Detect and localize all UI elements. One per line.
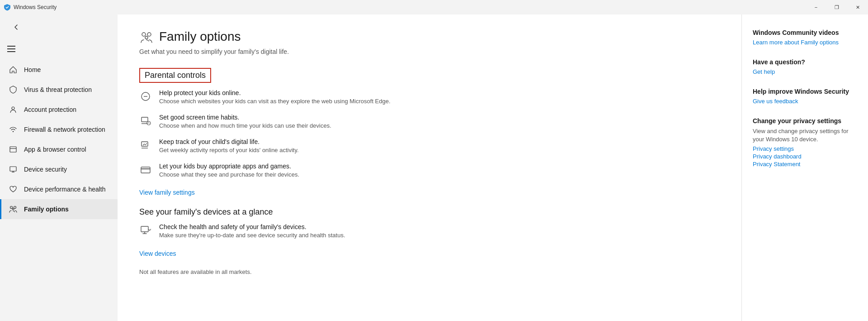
sidebar-item-app-browser-label: App & browser control [24, 146, 86, 153]
sidebar-item-account[interactable]: Account protection [0, 100, 118, 120]
heart-icon [9, 185, 18, 194]
parental-item-3-title: Keep track of your child's digital life. [159, 138, 299, 145]
svg-rect-22 [141, 226, 148, 232]
view-devices-link[interactable]: View devices [139, 250, 176, 257]
get-help-link[interactable]: Get help [753, 68, 857, 75]
svg-point-11 [147, 33, 151, 36]
privacy-settings-link[interactable]: Privacy settings [753, 145, 857, 152]
parental-item-4-text: Let your kids buy appropriate apps and g… [159, 163, 299, 179]
page-title-icon [139, 29, 154, 44]
svg-rect-20 [141, 167, 150, 173]
help-improve-section: Help improve Windows Security Give us fe… [753, 88, 857, 105]
sidebar-item-firewall[interactable]: Firewall & network protection [0, 120, 118, 139]
hamburger-header[interactable] [0, 38, 118, 60]
svg-rect-15 [142, 117, 148, 122]
sidebar-item-device-performance-label: Device performance & health [24, 186, 106, 193]
sidebar-item-firewall-label: Firewall & network protection [24, 126, 105, 133]
restore-button[interactable]: ❐ [826, 0, 847, 14]
main-content: Family options Get what you need to simp… [118, 14, 741, 321]
devices-section-title: See your family's devices at a glance [139, 207, 720, 217]
sidebar-item-app-browser[interactable]: App & browser control [0, 139, 118, 159]
shield-icon [9, 85, 18, 94]
home-icon [9, 65, 18, 74]
svg-point-0 [12, 107, 14, 110]
parental-item-3-desc: Get weekly activity reports of your kids… [159, 146, 299, 154]
view-family-settings-link[interactable]: View family settings [139, 189, 195, 196]
parental-item-1-desc: Choose which websites your kids can visi… [159, 97, 391, 105]
browser-icon [9, 145, 18, 154]
have-question-section: Have a question? Get help [753, 58, 857, 75]
titlebar-left: Windows Security [4, 4, 57, 11]
credit-card-icon [139, 163, 152, 176]
svg-point-10 [142, 33, 146, 36]
svg-point-8 [14, 206, 16, 209]
page-title: Family options [159, 29, 241, 44]
device-item-1-title: Check the health and safety of your fami… [159, 223, 345, 230]
person-icon [9, 105, 18, 114]
sidebar-item-family-label: Family options [24, 206, 69, 213]
sidebar-item-device-security-label: Device security [24, 166, 67, 173]
sidebar-item-home[interactable]: Home [0, 60, 118, 80]
sidebar-item-device-security[interactable]: Device security [0, 159, 118, 179]
sidebar-header [0, 16, 118, 38]
parental-item-1-title: Help protect your kids online. [159, 89, 391, 96]
community-videos-link[interactable]: Learn more about Family options [753, 39, 857, 46]
sidebar-item-device-performance[interactable]: Device performance & health [0, 179, 118, 199]
right-panel: Windows Community videos Learn more abou… [741, 14, 868, 321]
parental-item-2: Set good screen time habits. Choose when… [139, 114, 720, 130]
device-item-1: Check the health and safety of your fami… [139, 223, 720, 240]
page-subtitle: Get what you need to simplify your famil… [139, 48, 720, 55]
app-container: Home Virus & threat protection Account p… [0, 14, 868, 321]
device-item-1-text: Check the health and safety of your fami… [159, 223, 345, 240]
footer-note: Not all features are available in all ma… [139, 268, 720, 275]
privacy-section: Change your privacy settings View and ch… [753, 117, 857, 168]
sidebar-item-family[interactable]: Family options [0, 199, 118, 219]
parental-item-4: Let your kids buy appropriate apps and g… [139, 163, 720, 179]
svg-point-7 [10, 206, 13, 209]
svg-point-1 [13, 131, 14, 132]
back-button[interactable] [7, 18, 25, 36]
svg-point-9 [12, 208, 14, 210]
circle-minus-icon [139, 90, 152, 103]
computer-icon [9, 165, 18, 174]
svg-rect-2 [10, 147, 16, 152]
minimize-button[interactable]: − [806, 0, 826, 14]
titlebar-controls: − ❐ ✕ [806, 0, 868, 14]
svg-rect-4 [10, 167, 16, 171]
wifi-icon [9, 125, 18, 134]
sidebar-item-home-label: Home [24, 66, 41, 73]
titlebar: Windows Security − ❐ ✕ [0, 0, 868, 14]
sidebar-item-virus-label: Virus & threat protection [24, 86, 92, 93]
monitor-check-icon [139, 224, 152, 237]
privacy-statement-link[interactable]: Privacy Statement [753, 161, 857, 168]
app-icon [4, 4, 11, 11]
help-improve-title: Help improve Windows Security [753, 88, 857, 95]
give-feedback-link[interactable]: Give us feedback [753, 98, 857, 105]
parental-item-4-desc: Choose what they see and purchase for th… [159, 171, 299, 179]
have-question-title: Have a question? [753, 58, 857, 66]
parental-controls-section: Parental controls Help protect your kids… [139, 68, 720, 197]
back-icon [13, 24, 20, 31]
privacy-dashboard-link[interactable]: Privacy dashboard [753, 153, 857, 160]
sidebar-item-virus[interactable]: Virus & threat protection [0, 80, 118, 100]
hamburger-icon[interactable] [7, 46, 15, 52]
parental-item-3: Keep track of your child's digital life.… [139, 138, 720, 154]
parental-item-2-title: Set good screen time habits. [159, 114, 331, 121]
parental-controls-title: Parental controls [139, 68, 211, 83]
device-item-1-desc: Make sure they're up-to-date and see dev… [159, 231, 345, 240]
devices-section: See your family's devices at a glance Ch… [139, 207, 720, 257]
community-videos-title: Windows Community videos [753, 29, 857, 36]
close-button[interactable]: ✕ [847, 0, 868, 14]
parental-item-2-text: Set good screen time habits. Choose when… [159, 114, 331, 130]
sidebar-item-account-label: Account protection [24, 106, 76, 113]
page-header: Family options [139, 29, 720, 44]
monitor-chart-icon [139, 139, 152, 152]
app-title: Windows Security [14, 4, 57, 10]
privacy-desc: View and change privacy settings for you… [753, 127, 857, 144]
parental-item-2-desc: Choose when and how much time your kids … [159, 122, 331, 130]
family-icon [9, 205, 18, 214]
community-videos-section: Windows Community videos Learn more abou… [753, 29, 857, 46]
monitor-clock-icon [139, 115, 152, 127]
parental-item-1-text: Help protect your kids online. Choose wh… [159, 89, 391, 105]
parental-item-3-text: Keep track of your child's digital life.… [159, 138, 299, 154]
